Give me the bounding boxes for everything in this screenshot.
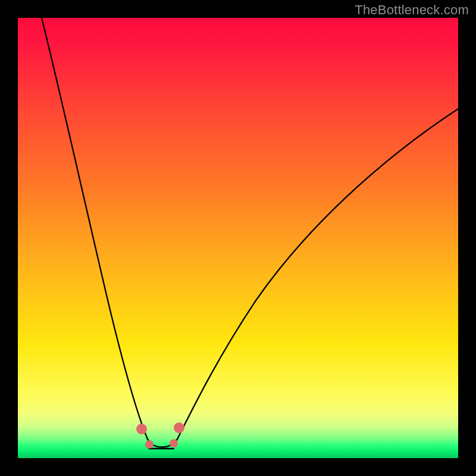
bottleneck-curve-left: [42, 18, 148, 439]
curve-svg: [18, 18, 458, 458]
marker-dot-left-upper: [136, 424, 147, 434]
marker-dot-right-upper: [174, 422, 184, 433]
plot-area: [18, 18, 458, 458]
bottleneck-curve-right: [177, 109, 458, 439]
watermark-text: TheBottleneck.com: [355, 2, 469, 18]
chart-frame: TheBottleneck.com: [0, 0, 476, 476]
marker-dot-left-lower: [145, 440, 154, 449]
marker-dot-right-lower: [170, 439, 178, 447]
